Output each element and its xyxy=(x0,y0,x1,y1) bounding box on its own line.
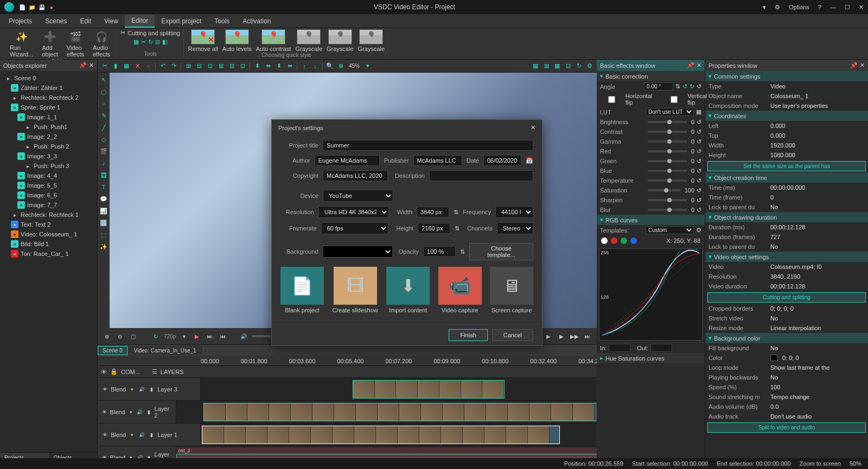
track-icon[interactable]: ▮ xyxy=(148,387,155,392)
style-grayscale[interactable]: Grayscale xyxy=(358,29,385,52)
qa-icon[interactable]: 📁 xyxy=(28,3,36,11)
style-remove-all[interactable]: ✕Remove all xyxy=(188,29,218,52)
vflip-checkbox[interactable]: Vertical flip xyxy=(663,93,712,106)
template-screen-capture[interactable]: 🖥Screen capture xyxy=(490,267,533,313)
tree-item[interactable]: ▪Video: Colosseum_ 1 xyxy=(2,229,95,239)
reset-icon[interactable]: ↺ xyxy=(697,207,701,214)
cutting-splitting-button[interactable]: Cutting and splitting xyxy=(707,292,866,303)
play2-icon[interactable]: ▶ xyxy=(544,331,553,341)
lut-icon[interactable]: ▦ xyxy=(696,108,701,115)
choose-template-button[interactable]: Choose template... xyxy=(469,243,533,260)
zoom-value[interactable]: 45% xyxy=(347,63,362,69)
counter-icon[interactable]: 🔢 xyxy=(99,218,108,228)
text-icon[interactable]: T xyxy=(99,182,108,192)
prop-value[interactable]: Show last frame at the xyxy=(770,364,829,371)
tree-item[interactable]: ▪Sprite: Sprite 1 xyxy=(2,102,95,112)
tree-item[interactable]: ▪Ton: Race_Car_ 1 xyxy=(2,249,95,259)
menu-editor[interactable]: Editor xyxy=(125,15,155,28)
reset-icon[interactable]: ↺ xyxy=(697,177,701,184)
project-title-input[interactable] xyxy=(323,140,533,151)
line-icon[interactable]: ╱ xyxy=(99,123,108,132)
pin-icon[interactable]: 📌 xyxy=(79,62,87,69)
circle-icon[interactable]: ○ xyxy=(143,61,153,71)
in-input[interactable] xyxy=(609,344,630,352)
finish-button[interactable]: Finish xyxy=(449,329,487,341)
templates-select[interactable]: Custom xyxy=(646,226,694,234)
style-auto-contrast[interactable]: Auto contrast xyxy=(256,29,291,52)
out-input[interactable] xyxy=(650,344,672,352)
green-slider[interactable] xyxy=(648,160,687,162)
prop-value[interactable]: No xyxy=(770,345,778,351)
prop-value[interactable]: 00:00:00.000 xyxy=(770,184,805,191)
prop-value[interactable]: 727 xyxy=(770,234,780,240)
reset-icon[interactable]: ↺ xyxy=(697,187,701,194)
tool-icon[interactable]: ⊟ xyxy=(155,38,160,46)
tree-item[interactable]: ▸Rechteck: Rechteck 2 xyxy=(2,93,95,102)
timeline-video-tab[interactable]: Video: Camera_In_Use_1 xyxy=(127,346,203,355)
tree-item[interactable]: ▪Image: 2_2 xyxy=(2,132,95,142)
eye-icon[interactable]: 👁 xyxy=(101,387,108,392)
coordinates-header[interactable]: ▾ Coordinates xyxy=(705,111,868,121)
prop-value[interactable]: No xyxy=(770,315,778,322)
grid-icon[interactable]: ⊞ xyxy=(541,61,551,71)
tree-item[interactable]: ▪Zähler: Zähler 1 xyxy=(2,83,95,93)
color-swatch[interactable] xyxy=(770,355,778,361)
prop-value[interactable]: 0.000 xyxy=(770,132,786,139)
width-input[interactable] xyxy=(417,207,449,217)
rotate-right-icon[interactable]: ↻ xyxy=(690,83,694,90)
minimize-icon[interactable]: — xyxy=(830,4,836,11)
menu-tools[interactable]: Tools xyxy=(208,15,236,27)
animation-icon[interactable]: ✨ xyxy=(99,242,108,252)
pin-icon[interactable]: 📌 xyxy=(687,62,694,69)
cut-icon[interactable]: ✂ xyxy=(100,61,110,71)
reset-icon[interactable]: ↺ xyxy=(697,119,701,126)
close-icon[interactable]: ✕ xyxy=(859,4,864,11)
prop-value[interactable]: Colosseum_ 1 xyxy=(770,93,808,99)
track-icon[interactable]: ▮ xyxy=(145,409,152,415)
volume-icon[interactable]: 🔊 xyxy=(239,331,248,341)
arrow-icon[interactable]: ↓ xyxy=(310,61,320,71)
tree-item[interactable]: ▸Push: Push 2 xyxy=(2,142,95,151)
template-video-capture[interactable]: 📹Video capture xyxy=(438,267,482,313)
down-arrow-icon[interactable]: ▾ xyxy=(763,4,766,11)
track-icon[interactable]: 🔊 xyxy=(138,387,145,392)
hflip-checkbox[interactable]: Horizontal flip xyxy=(600,93,656,106)
cursor-icon[interactable]: ↖ xyxy=(99,75,108,85)
menu-export[interactable]: Export project xyxy=(155,15,208,27)
prop-value[interactable]: No xyxy=(770,374,778,381)
prop-value[interactable]: No xyxy=(770,204,778,210)
status-zoom-value[interactable]: 50% xyxy=(850,460,861,467)
track-icon[interactable]: 🔊 xyxy=(136,409,143,415)
timeline-track[interactable]: 👁Blend▾🔊▮Layer 1 xyxy=(98,423,597,446)
timeline[interactable]: 00.00000:01.80000:03.60000:05.40000:07.2… xyxy=(98,356,597,469)
layers-icon[interactable]: ☰ xyxy=(152,368,157,375)
timeline-track[interactable]: 👁Blend▾🔊▮Layer 2 xyxy=(98,401,597,423)
play-icon[interactable]: ▶ xyxy=(192,331,202,341)
chevron-down-icon[interactable]: ▾ xyxy=(363,61,373,71)
track-icon[interactable]: 🔊 xyxy=(138,432,145,438)
zoom-icon[interactable]: 🔍 xyxy=(325,61,335,71)
chart-icon[interactable]: 📊 xyxy=(99,206,108,216)
zoom-in-icon[interactable]: ⊕ xyxy=(102,331,112,341)
tree-item[interactable]: ▪Image: 3_3 xyxy=(2,151,95,161)
tool-icon[interactable]: ↻ xyxy=(148,38,153,46)
fit-icon[interactable]: ▢ xyxy=(128,331,138,341)
options-label[interactable]: Options xyxy=(789,4,809,11)
framerate-select[interactable]: 60 fps xyxy=(321,222,389,234)
background-select[interactable] xyxy=(323,246,393,258)
pen-icon[interactable]: ✎ xyxy=(99,111,108,120)
next-icon[interactable]: ⏭ xyxy=(583,331,592,341)
tool-icon[interactable]: ✂ xyxy=(141,38,146,46)
spinner-icon[interactable]: ⇅ xyxy=(455,225,459,232)
settings-icon[interactable]: ⚙ xyxy=(696,227,701,234)
video-effects-button[interactable]: 🎬Video effects xyxy=(65,29,86,59)
eye-icon[interactable]: 👁 xyxy=(101,432,108,438)
zoom-out-icon[interactable]: ⊖ xyxy=(115,331,125,341)
distribute-icon[interactable]: ⬌ xyxy=(263,61,273,71)
prop-value[interactable]: Don't use audio xyxy=(770,413,812,420)
resolution-label[interactable]: 720p xyxy=(164,333,176,339)
channels-select[interactable]: Stereo xyxy=(497,222,533,234)
prop-value[interactable]: 0; 0; 0 xyxy=(782,355,799,361)
blend-mode[interactable]: Blend xyxy=(111,432,126,438)
prop-value[interactable]: Video xyxy=(770,83,786,89)
